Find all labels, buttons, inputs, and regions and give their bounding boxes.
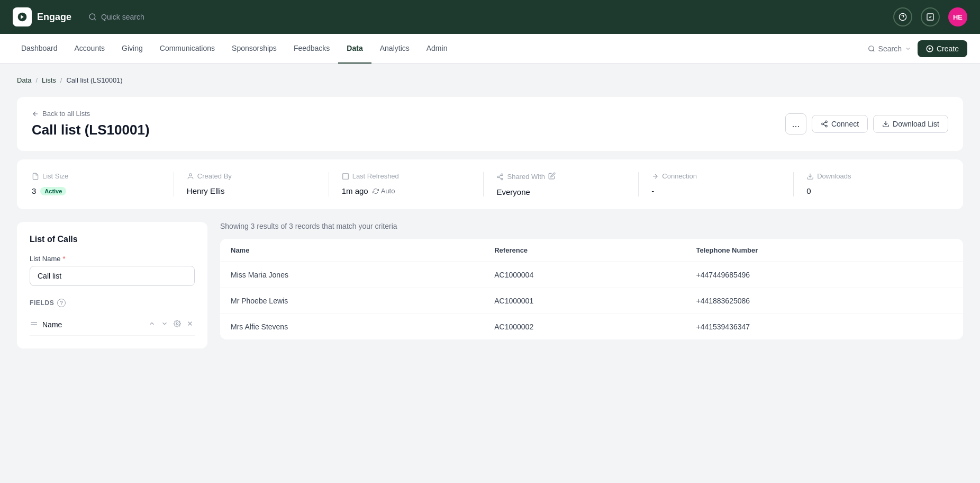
create-button[interactable]: Create (918, 40, 967, 57)
field-remove-button[interactable] (185, 319, 195, 330)
search-nav-label: Search (878, 44, 902, 53)
row-3-telephone: +441539436347 (685, 314, 963, 340)
created-by-label: Created By (187, 172, 316, 180)
nav-item-admin[interactable]: Admin (418, 34, 456, 64)
svg-point-13 (501, 178, 503, 180)
help-button[interactable] (893, 7, 912, 26)
page-header-card: Back to all Lists Call list (LS10001) ..… (17, 97, 963, 151)
stat-last-refreshed: Last Refreshed 1m ago Auto (329, 172, 484, 196)
nav-item-analytics[interactable]: Analytics (371, 34, 418, 64)
nav-item-feedbacks[interactable]: Feedbacks (285, 34, 338, 64)
nav-item-data[interactable]: Data (338, 34, 371, 64)
nav-item-accounts[interactable]: Accounts (66, 34, 114, 64)
arrow-left-icon (32, 110, 39, 118)
connect-button[interactable]: Connect (812, 115, 868, 133)
col-reference: Reference (484, 239, 685, 262)
back-label: Back to all Lists (42, 110, 90, 118)
connection-value: - (651, 186, 781, 195)
shared-with-label: Shared With (496, 172, 625, 181)
stat-created-by: Created By Henry Ellis (174, 172, 329, 196)
shared-with-edit-icon[interactable] (548, 172, 556, 181)
results-info: Showing 3 results of 3 records that matc… (220, 222, 963, 230)
field-row: Name (30, 314, 195, 336)
back-link[interactable]: Back to all Lists (32, 110, 150, 118)
svg-rect-10 (342, 173, 348, 179)
share-icon (496, 173, 504, 181)
table-body: Miss Maria Jones AC1000004 +447449685496… (220, 262, 963, 340)
fields-label: FIELDS ? (30, 299, 195, 307)
settings-icon (174, 320, 181, 327)
table-row: Mrs Alfie Stevens AC1000002 +44153943634… (220, 314, 963, 340)
download-list-button[interactable]: Download List (873, 115, 948, 133)
quick-search[interactable]: Quick search (88, 13, 144, 21)
plus-circle-icon (926, 45, 933, 52)
nav-right: Search Create (868, 40, 967, 57)
table-row: Mr Phoebe Lewis AC1000001 +441883625086 (220, 288, 963, 314)
bottom-section: List of Calls List Name * FIELDS ? (17, 222, 963, 348)
panel-title: List of Calls (30, 235, 195, 244)
auto-tag: Auto (373, 187, 395, 195)
results-table-card: Name Reference Telephone Number Miss Mar… (220, 239, 963, 339)
results-table: Name Reference Telephone Number Miss Mar… (220, 239, 963, 339)
breadcrumb-lists[interactable]: Lists (42, 76, 56, 84)
svg-point-12 (497, 176, 500, 178)
svg-point-0 (89, 14, 95, 20)
checklist-button[interactable] (921, 7, 940, 26)
create-label: Create (937, 44, 959, 53)
search-nav[interactable]: Search (868, 44, 911, 53)
row-1-name: Miss Maria Jones (220, 262, 484, 288)
breadcrumb: Data / Lists / Call list (LS10001) (17, 76, 963, 84)
page-title: Call list (LS10001) (32, 122, 150, 138)
connect-label: Connect (831, 120, 859, 128)
nav-item-giving[interactable]: Giving (113, 34, 151, 64)
svg-point-3 (868, 46, 873, 50)
created-by-value: Henry Ellis (187, 186, 316, 195)
field-settings-button[interactable] (173, 319, 182, 330)
breadcrumb-sep-1: / (35, 76, 38, 84)
stat-downloads: Downloads 0 (794, 172, 948, 196)
list-name-input[interactable] (30, 266, 195, 286)
fields-help-icon[interactable]: ? (57, 299, 66, 307)
stats-card: List Size 3 Active Created By Henry Elli… (17, 159, 963, 209)
nav-item-sponsorships[interactable]: Sponsorships (223, 34, 285, 64)
field-move-up-button[interactable] (147, 319, 157, 330)
more-options-button[interactable]: ... (785, 113, 806, 135)
list-size-value: 3 Active (32, 186, 161, 195)
list-size-label: List Size (32, 172, 161, 180)
search-icon (88, 13, 97, 21)
list-config-card: List of Calls List Name * FIELDS ? (17, 222, 207, 348)
svg-point-7 (825, 125, 828, 127)
avatar[interactable]: HE (948, 7, 967, 26)
nav-item-dashboard[interactable]: Dashboard (13, 34, 66, 64)
connection-label: Connection (651, 172, 781, 180)
chevron-up-icon (148, 320, 156, 327)
svg-point-5 (825, 121, 828, 123)
user-icon (187, 173, 194, 180)
nav-search-icon (868, 45, 875, 52)
field-actions (147, 319, 195, 330)
svg-point-9 (189, 173, 192, 176)
chevron-down-icon (905, 46, 911, 52)
refresh-icon (342, 173, 349, 180)
drag-handle-icon[interactable] (30, 319, 38, 330)
secondary-nav: Dashboard Accounts Giving Communications… (0, 34, 980, 64)
connection-icon (651, 173, 659, 180)
chevron-down-field-icon (161, 320, 168, 327)
shared-with-value: Everyone (496, 187, 625, 196)
field-move-down-button[interactable] (160, 319, 169, 330)
col-name: Name (220, 239, 484, 262)
row-2-name: Mr Phoebe Lewis (220, 288, 484, 314)
logo[interactable]: Engage (13, 7, 71, 26)
page-header-left: Back to all Lists Call list (LS10001) (32, 110, 150, 138)
checklist-icon (926, 13, 934, 21)
svg-point-17 (176, 323, 178, 325)
nav-item-communications[interactable]: Communications (151, 34, 223, 64)
svg-point-11 (501, 174, 503, 176)
stat-connection: Connection - (639, 172, 794, 196)
row-1-reference: AC1000004 (484, 262, 685, 288)
breadcrumb-data[interactable]: Data (17, 76, 31, 84)
logo-icon (13, 7, 32, 26)
downloads-value: 0 (806, 186, 936, 195)
main-content: Data / Lists / Call list (LS10001) Back … (0, 64, 980, 361)
downloads-label: Downloads (806, 172, 936, 180)
